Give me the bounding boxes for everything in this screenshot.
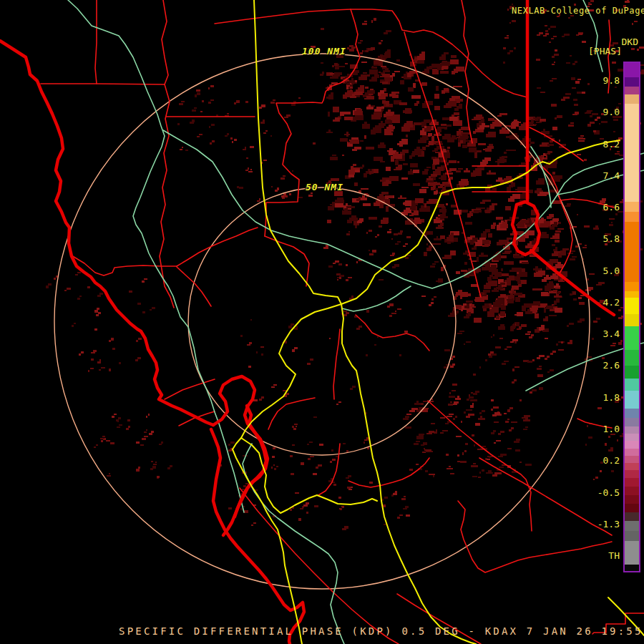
colorbar-segment	[625, 418, 639, 426]
colorbar-tick-5.0: 5.0	[603, 266, 620, 276]
colorbar-tick-1.0: 1.0	[603, 424, 620, 434]
colorbar-tick-8.2: 8.2	[603, 140, 620, 150]
colorbar-segment	[625, 478, 639, 487]
colorbar-segment	[625, 326, 639, 350]
colorbar-segment	[625, 314, 639, 326]
colorbar-segment	[625, 463, 639, 470]
colorbar-segment	[625, 495, 639, 504]
colorbar-segment	[625, 104, 639, 202]
range-ring-label-50nmi: 50 NMI	[306, 182, 343, 192]
colorbar-segment	[625, 282, 639, 291]
range-ring-label-100nmi: 100 NMI	[302, 46, 346, 57]
colorbar-tick-9.0: 9.0	[603, 107, 620, 117]
colorbar-segment	[625, 426, 639, 434]
colorbar-tick-0.2: 0.2	[603, 456, 620, 466]
radar-viewer-window: NEXLAB-College of DuPage⇱ DKD [PHAS] 100…	[0, 0, 644, 644]
colorbar-tick-1.8: 1.8	[603, 393, 620, 403]
colorbar-tick-TH: TH	[608, 551, 620, 561]
colorbar-segment	[625, 94, 639, 104]
colorbar-segment	[625, 456, 639, 463]
brand-title: NEXLAB-College of DuPage⇱	[512, 5, 644, 16]
colorbar-tick-4.2: 4.2	[603, 298, 620, 308]
colorbar-segment	[625, 298, 639, 314]
colorbar-tick--1.3: -1.3	[597, 519, 620, 530]
colorbar-tick-2.6: 2.6	[603, 361, 620, 371]
colorbar-segment	[625, 291, 639, 298]
colorbar-segment	[625, 565, 639, 571]
colorbar-segment	[625, 541, 639, 565]
colorbar-segment	[625, 504, 639, 512]
product-code-label: DKD	[622, 36, 638, 47]
colorbar-segment	[625, 470, 639, 478]
colorbar-segment	[625, 379, 639, 391]
colorbar-segment	[625, 521, 639, 531]
colorbar-segment	[625, 449, 639, 456]
colorbar-segment	[625, 202, 639, 212]
colorbar-segment	[625, 77, 639, 87]
colorbar-segment	[625, 409, 639, 418]
colorbar-tick-5.8: 5.8	[603, 234, 620, 244]
colorbar-tick-9.8: 9.8	[603, 76, 620, 86]
colorbar-segment	[625, 512, 639, 521]
colorbar-segment	[625, 212, 639, 222]
brand-text: NEXLAB-College of DuPage	[512, 6, 644, 16]
colorbar-segment	[625, 222, 639, 282]
colorbar-segment	[625, 434, 639, 441]
colorbar-tick-6.6: 6.6	[603, 203, 620, 213]
colorbar-tick-7.4: 7.4	[603, 171, 620, 181]
colorbar-segment	[625, 441, 639, 449]
status-bar-product-caption: SPECIFIC DIFFERENTIAL PHASE (KDP) 0.5 DE…	[119, 625, 643, 637]
colorbar-segment	[625, 366, 639, 379]
colorbar-segment	[625, 350, 639, 366]
colorbar-segment	[625, 487, 639, 495]
product-units-label: [PHAS]	[588, 46, 622, 57]
map-background	[0, 0, 644, 644]
colorbar-segment	[625, 63, 639, 77]
colorbar	[623, 62, 640, 572]
colorbar-tick--0.5: -0.5	[597, 488, 620, 498]
colorbar-segment	[625, 531, 639, 541]
colorbar-tick-3.4: 3.4	[603, 329, 620, 339]
colorbar-segment	[625, 87, 639, 94]
colorbar-segment	[625, 391, 639, 409]
radar-map-canvas	[0, 0, 644, 644]
